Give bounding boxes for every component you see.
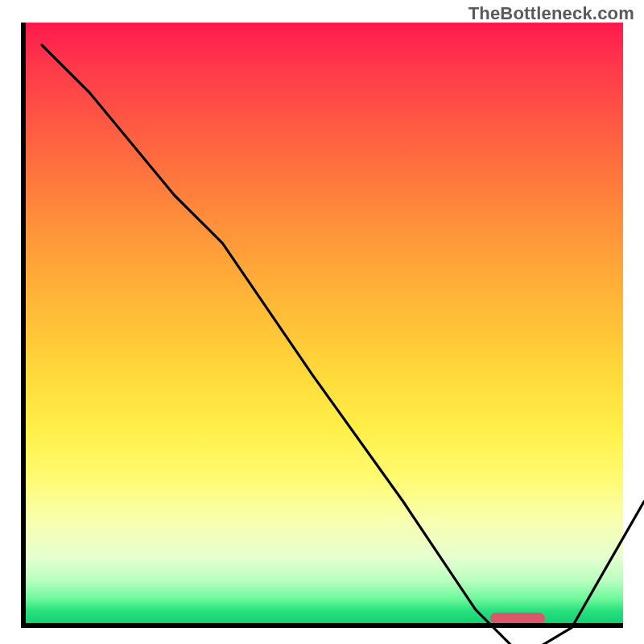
curve-svg (42, 45, 644, 644)
y-axis (21, 23, 26, 623)
x-axis (21, 623, 623, 628)
bottleneck-curve-line (42, 45, 644, 644)
optimal-range-marker (490, 613, 544, 624)
attribution-text: TheBottleneck.com (469, 3, 634, 24)
chart-container: TheBottleneck.com (0, 0, 644, 644)
plot-frame (21, 23, 623, 623)
